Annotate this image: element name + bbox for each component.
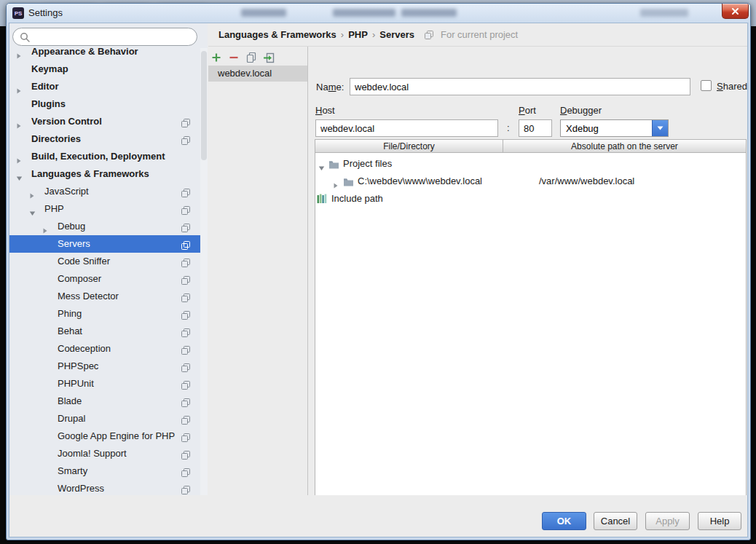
- sidebar-item-languages-frameworks[interactable]: Languages & Frameworks: [9, 165, 200, 183]
- sidebar-item-directories[interactable]: Directories: [9, 130, 200, 148]
- sidebar-item-label: Google App Engine for PHP: [58, 430, 175, 441]
- per-project-icon: [181, 310, 190, 323]
- sidebar-item-label: Phing: [58, 308, 82, 319]
- apply-button[interactable]: Apply: [645, 512, 690, 530]
- sidebar-item-blade[interactable]: Blade: [9, 393, 200, 410]
- add-server-button[interactable]: [210, 52, 222, 63]
- per-project-icon: [181, 259, 190, 267]
- remove-icon: [229, 52, 239, 63]
- sidebar-item-composer[interactable]: Composer: [9, 270, 200, 288]
- copy-server-button[interactable]: [245, 52, 257, 63]
- path-mappings-table: File/Directory Absolute path on the serv…: [315, 139, 747, 499]
- sidebar-item-drupal[interactable]: Drupal: [9, 410, 200, 427]
- per-project-icon: [181, 416, 190, 425]
- shared-label: Shared: [717, 81, 747, 92]
- dialog-titlebar[interactable]: PS Settings: [7, 4, 750, 23]
- name-field[interactable]: [350, 78, 690, 95]
- scrollbar-thumb[interactable]: [201, 51, 207, 160]
- sidebar-item-label: Editor: [31, 81, 59, 92]
- sidebar-item-servers[interactable]: Servers: [9, 235, 200, 253]
- sidebar-item-javascript[interactable]: JavaScript: [9, 183, 200, 200]
- sidebar-item-debug[interactable]: Debug: [9, 218, 200, 235]
- settings-dialog: PS Settings Appearance & BehaviorKeymapE…: [6, 3, 751, 540]
- mapping-row-project-files[interactable]: Project files: [315, 155, 746, 173]
- per-project-icon: [181, 346, 190, 355]
- collapse-arrow-icon: [318, 165, 325, 171]
- sidebar-item-keymap[interactable]: Keymap: [9, 60, 200, 78]
- expand-arrow-icon: [16, 123, 22, 129]
- sidebar-item-label: Composer: [58, 273, 101, 284]
- sidebar-item-editor[interactable]: Editor: [9, 78, 200, 95]
- sidebar-item-label: PHP: [44, 203, 64, 214]
- library-icon: [317, 194, 328, 204]
- chevron-down-icon: [657, 126, 664, 130]
- per-project-icon: [181, 397, 190, 410]
- port-label: Port: [519, 105, 536, 116]
- settings-search-box[interactable]: [12, 28, 197, 46]
- per-project-icon: [181, 275, 190, 288]
- sidebar-item-version-control[interactable]: Version Control: [9, 113, 200, 130]
- per-project-icon: [181, 327, 190, 340]
- sidebar-item-label: Debug: [58, 221, 85, 232]
- sidebar-item-smarty[interactable]: Smarty: [9, 462, 200, 480]
- sidebar-item-build-execution-deployment[interactable]: Build, Execution, Deployment: [9, 148, 200, 165]
- absolute-path-cell: /var/www/webdev.local: [539, 176, 634, 186]
- sidebar-item-plugins[interactable]: Plugins: [9, 95, 200, 113]
- debugger-select[interactable]: Xdebug: [560, 119, 669, 137]
- sidebar-item-php[interactable]: PHP: [9, 200, 200, 218]
- import-icon: [263, 52, 275, 63]
- per-project-icon: [181, 205, 190, 218]
- host-label: Host: [315, 105, 335, 116]
- sidebar-item-label: Appearance & Behavior: [31, 46, 138, 57]
- expand-arrow-icon: [16, 88, 22, 94]
- sidebar-item-google-app-engine-for-php[interactable]: Google App Engine for PHP: [9, 427, 200, 445]
- breadcrumb-part-servers[interactable]: Servers: [379, 29, 414, 40]
- sidebar-item-phpspec[interactable]: PHPSpec: [9, 358, 200, 375]
- sidebar-item-mess-detector[interactable]: Mess Detector: [9, 288, 200, 305]
- mapping-row-include-path[interactable]: Include path: [315, 190, 746, 208]
- server-list-item-webdev-local[interactable]: webdev.local: [208, 66, 307, 82]
- host-field[interactable]: [315, 119, 498, 137]
- per-project-icon: [181, 136, 190, 145]
- help-button[interactable]: Help: [698, 512, 741, 530]
- sidebar-item-label: Behat: [58, 326, 82, 336]
- cancel-button[interactable]: Cancel: [594, 512, 637, 530]
- host-port-separator: :: [507, 122, 510, 133]
- per-project-icon: [181, 344, 190, 358]
- expand-arrow-icon: [333, 183, 339, 189]
- sidebar-item-phpunit[interactable]: PHPUnit: [9, 375, 200, 393]
- sidebar-item-codeception[interactable]: Codeception: [9, 340, 200, 358]
- per-project-icon: [181, 379, 190, 393]
- import-server-button[interactable]: [263, 52, 275, 63]
- per-project-icon: [181, 432, 190, 445]
- search-input[interactable]: [35, 29, 192, 44]
- name-label: Name:: [316, 82, 344, 92]
- sidebar-item-joomla-support[interactable]: Joomla! Support: [9, 445, 200, 462]
- remove-server-button[interactable]: [228, 52, 240, 63]
- per-project-icon: [181, 486, 190, 494]
- per-project-icon: [181, 135, 190, 148]
- sidebar-scrollbar[interactable]: [200, 48, 208, 498]
- expand-arrow-icon: [42, 228, 48, 234]
- sidebar-item-behat[interactable]: Behat: [9, 323, 200, 340]
- breadcrumb-part-php[interactable]: PHP: [348, 29, 368, 40]
- port-field[interactable]: [519, 119, 552, 137]
- sidebar-item-phing[interactable]: Phing: [9, 305, 200, 323]
- breadcrumb-separator: ›: [372, 29, 375, 40]
- copy-icon: [246, 52, 257, 63]
- file-directory-cell: C:\webdev\www\webdev.local: [358, 176, 482, 186]
- shared-checkbox[interactable]: [701, 80, 712, 91]
- per-project-icon: [181, 468, 190, 477]
- close-button[interactable]: [722, 4, 749, 19]
- per-project-icon: [181, 363, 190, 372]
- ok-button[interactable]: OK: [542, 512, 586, 530]
- mapping-row-c-webdev-www-webdev-local[interactable]: C:\webdev\www\webdev.local/var/www/webde…: [315, 173, 746, 190]
- sidebar-item-label: Directories: [31, 133, 81, 144]
- sidebar-item-label: Languages & Frameworks: [31, 168, 149, 179]
- sidebar-item-label: JavaScript: [44, 186, 89, 197]
- per-project-icon: [181, 117, 190, 130]
- per-project-icon: [181, 241, 190, 250]
- debugger-dropdown-button[interactable]: [652, 120, 668, 136]
- breadcrumb-part-languages-frameworks[interactable]: Languages & Frameworks: [218, 29, 336, 40]
- sidebar-item-code-sniffer[interactable]: Code Sniffer: [9, 253, 200, 270]
